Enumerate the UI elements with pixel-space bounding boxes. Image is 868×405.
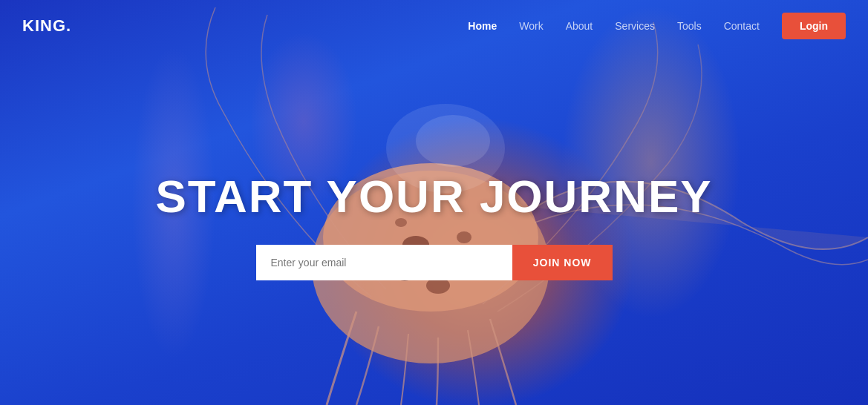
- login-button[interactable]: Login: [782, 13, 846, 39]
- nav-item-home[interactable]: Home: [468, 19, 497, 33]
- nav-link-contact[interactable]: Contact: [724, 20, 760, 32]
- hero-form: JOIN NOW: [256, 245, 613, 280]
- nav-item-tools[interactable]: Tools: [677, 19, 702, 33]
- join-button[interactable]: JOIN NOW: [512, 245, 613, 280]
- nav-item-services[interactable]: Services: [615, 19, 655, 33]
- nav-link-services[interactable]: Services: [615, 20, 655, 32]
- nav-link-about[interactable]: About: [566, 20, 593, 32]
- nav-item-login[interactable]: Login: [782, 13, 846, 39]
- brand-logo: KING.: [22, 16, 71, 36]
- hero-title: START YOUR JOURNEY: [155, 170, 712, 223]
- nav-item-contact[interactable]: Contact: [724, 19, 760, 33]
- nav-item-about[interactable]: About: [566, 19, 593, 33]
- navbar: KING. Home Work About Services Tools Con…: [0, 0, 868, 52]
- email-input[interactable]: [256, 245, 512, 280]
- hero-section: KING. Home Work About Services Tools Con…: [0, 0, 868, 405]
- nav-link-tools[interactable]: Tools: [677, 20, 702, 32]
- nav-link-work[interactable]: Work: [519, 20, 543, 32]
- nav-link-home[interactable]: Home: [468, 20, 497, 32]
- hero-content: START YOUR JOURNEY JOIN NOW: [155, 170, 712, 280]
- nav-item-work[interactable]: Work: [519, 19, 543, 33]
- svg-point-9: [416, 115, 490, 167]
- nav-links: Home Work About Services Tools Contact L…: [468, 13, 846, 39]
